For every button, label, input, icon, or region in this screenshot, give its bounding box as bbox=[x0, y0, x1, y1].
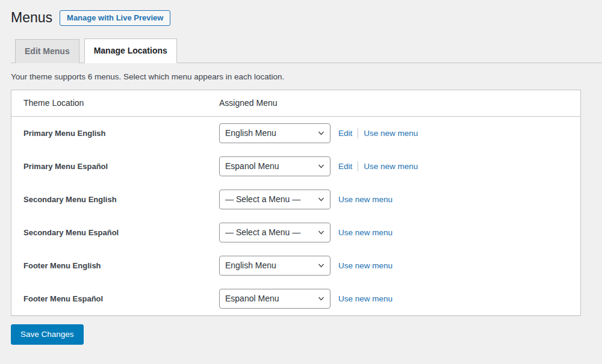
table-row: Footer Menu Español Espanol Menu Use new… bbox=[11, 282, 580, 315]
page-header: Menus Manage with Live Preview bbox=[11, 8, 602, 28]
assigned-menu-select[interactable]: Espanol Menu bbox=[219, 156, 330, 176]
assigned-menu-select-wrap: English Menu bbox=[219, 256, 330, 276]
link-separator bbox=[358, 161, 358, 171]
save-changes-button[interactable]: Save Changes bbox=[11, 324, 84, 345]
row-links: Use new menu bbox=[338, 195, 393, 204]
theme-location-label: Footer Menu English bbox=[23, 261, 219, 270]
assigned-menu-select[interactable]: — Select a Menu — bbox=[219, 190, 330, 209]
theme-location-label: Footer Menu Español bbox=[23, 294, 219, 303]
theme-location-header: Theme Location bbox=[23, 98, 219, 108]
theme-location-label: Primary Menu Español bbox=[23, 162, 219, 171]
theme-location-label: Secondary Menu Español bbox=[23, 228, 219, 237]
theme-support-description: Your theme supports 6 menus. Select whic… bbox=[11, 72, 602, 81]
table-row: Primary Menu English English Menu Edit U… bbox=[11, 117, 580, 150]
row-links: Use new menu bbox=[338, 261, 393, 270]
use-new-menu-link[interactable]: Use new menu bbox=[364, 162, 418, 171]
menu-locations-table: Theme Location Assigned Menu Primary Men… bbox=[11, 90, 581, 316]
use-new-menu-link[interactable]: Use new menu bbox=[338, 261, 393, 270]
assigned-menu-select-wrap: — Select a Menu — bbox=[219, 190, 330, 209]
table-row: Footer Menu English English Menu Use new… bbox=[11, 249, 580, 282]
theme-location-label: Secondary Menu English bbox=[23, 195, 219, 204]
row-links: Use new menu bbox=[338, 294, 393, 303]
edit-menu-link[interactable]: Edit bbox=[338, 129, 352, 138]
use-new-menu-link[interactable]: Use new menu bbox=[338, 294, 393, 303]
table-row: Primary Menu Español Espanol Menu Edit U… bbox=[11, 150, 580, 183]
assigned-menu-select-wrap: — Select a Menu — bbox=[219, 223, 330, 242]
table-header-row: Theme Location Assigned Menu bbox=[11, 90, 580, 117]
row-links: Edit Use new menu bbox=[338, 128, 418, 138]
assigned-menu-header: Assigned Menu bbox=[219, 98, 278, 108]
edit-menu-link[interactable]: Edit bbox=[338, 162, 352, 171]
manage-live-preview-button[interactable]: Manage with Live Preview bbox=[60, 10, 170, 26]
assigned-menu-select[interactable]: — Select a Menu — bbox=[219, 223, 330, 242]
row-links: Use new menu bbox=[338, 228, 393, 237]
use-new-menu-link[interactable]: Use new menu bbox=[338, 195, 393, 204]
tab-bar: Edit Menus Manage Locations bbox=[11, 39, 602, 63]
tab-manage-locations[interactable]: Manage Locations bbox=[84, 39, 177, 63]
use-new-menu-link[interactable]: Use new menu bbox=[338, 228, 393, 237]
assigned-menu-select-wrap: Espanol Menu bbox=[219, 289, 330, 309]
tab-edit-menus[interactable]: Edit Menus bbox=[15, 39, 79, 63]
admin-content: Menus Manage with Live Preview Edit Menu… bbox=[0, 0, 602, 345]
table-row: Secondary Menu English — Select a Menu —… bbox=[11, 183, 580, 216]
assigned-menu-select-wrap: English Menu bbox=[219, 123, 330, 143]
page-title: Menus bbox=[11, 10, 52, 26]
row-links: Edit Use new menu bbox=[338, 161, 418, 171]
theme-location-label: Primary Menu English bbox=[23, 129, 219, 138]
use-new-menu-link[interactable]: Use new menu bbox=[364, 129, 418, 138]
assigned-menu-select[interactable]: Espanol Menu bbox=[219, 289, 330, 309]
assigned-menu-select-wrap: Espanol Menu bbox=[219, 156, 330, 176]
assigned-menu-select[interactable]: English Menu bbox=[219, 123, 330, 143]
table-row: Secondary Menu Español — Select a Menu —… bbox=[11, 216, 580, 249]
assigned-menu-select[interactable]: English Menu bbox=[219, 256, 330, 276]
link-separator bbox=[358, 128, 358, 138]
